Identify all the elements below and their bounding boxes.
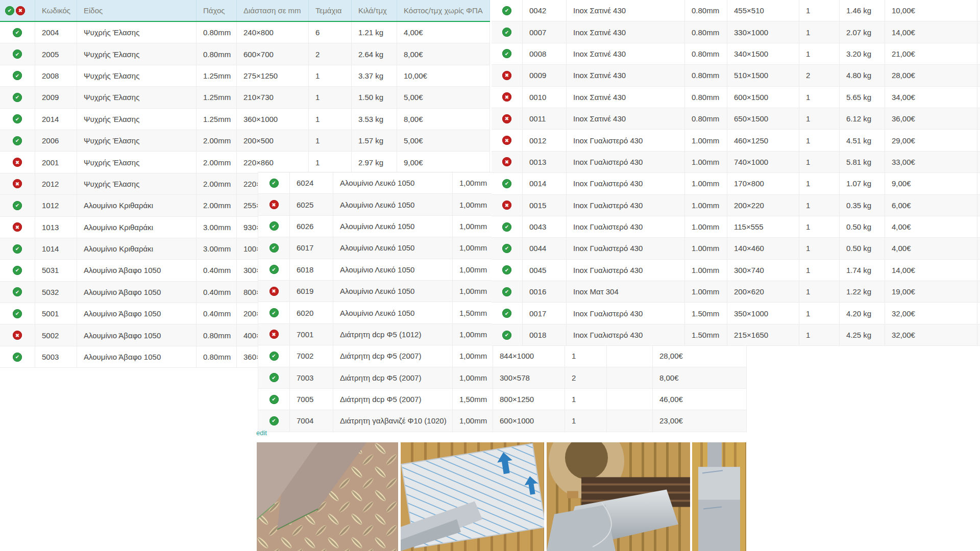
status-ok-icon[interactable]: ✔ (13, 287, 22, 296)
status-ok-icon[interactable]: ✔ (502, 287, 511, 296)
status-ok-icon[interactable]: ✔ (502, 222, 511, 232)
status-ok-icon[interactable]: ✔ (502, 331, 511, 340)
status-cell: ✔ (258, 259, 290, 280)
status-ok-icon[interactable]: ✔ (13, 49, 22, 59)
cell-code: 7003 (290, 367, 333, 388)
cell-code: 2008 (35, 65, 77, 86)
cell-pieces: 1 (799, 260, 840, 281)
status-cell: ✔ (492, 324, 523, 345)
cell-type: Ψυχρής Έλασης (77, 152, 197, 172)
cell-cost: 46,00€ (653, 389, 747, 410)
table-row: ✔0014Inox Γυαλιστερό 4301.00mm170×80011.… (492, 173, 980, 194)
cell-dimension: 600×700 (237, 43, 309, 64)
cell-thickness: 2.00mm (197, 130, 237, 151)
status-cell: ✔ (258, 389, 290, 410)
status-ok-icon[interactable]: ✔ (502, 6, 511, 15)
cell-thickness: 0.80mm (685, 43, 727, 64)
product-photo-workshop[interactable] (547, 442, 690, 551)
status-ok-icon[interactable]: ✔ (13, 71, 22, 80)
status-cell: ✖ (492, 130, 523, 151)
status-ok-icon[interactable]: ✔ (13, 93, 22, 102)
status-ok-icon[interactable]: ✔ (270, 265, 279, 274)
status-cell: ✔ (492, 216, 523, 237)
status-error-icon[interactable]: ✖ (502, 92, 511, 102)
status-ok-icon[interactable]: ✔ (270, 308, 279, 317)
status-cell: ✔ (0, 43, 35, 64)
cell-pieces: 1 (565, 345, 607, 366)
cell-type: Αλουμίνιο Λευκό 1050 (333, 259, 453, 280)
cell-code: 5001 (35, 303, 77, 324)
cell-type: Inox Ματ 304 (567, 281, 685, 302)
table-row: ✔2014Ψυχρής Έλασης1.25mm360×100013.53 kg… (0, 109, 490, 130)
cell-code: 0044 (523, 238, 567, 259)
product-photo-film-sheets[interactable] (401, 442, 544, 551)
status-ok-icon[interactable]: ✔ (13, 136, 22, 145)
cell-type: Αλουμίνιο Λευκό 1050 (333, 172, 453, 193)
status-ok-icon[interactable]: ✔ (270, 373, 279, 382)
cell-code: 6025 (290, 194, 333, 215)
cell-code: 0008 (523, 43, 567, 64)
cell-type: Αλουμίνιο Κριθαράκι (77, 238, 197, 259)
status-ok-icon[interactable]: ✔ (13, 353, 22, 362)
status-error-icon[interactable]: ✖ (502, 71, 511, 80)
column-header-code: Κωδικός (35, 0, 77, 21)
cell-code: 0011 (523, 108, 567, 129)
status-ok-icon[interactable]: ✔ (270, 395, 279, 404)
table-row: ✔2004Ψυχρής Έλασης0.80mm240×80061.21 kg4… (0, 22, 490, 43)
status-error-icon[interactable]: ✖ (502, 136, 511, 145)
table-row: ✔2008Ψυχρής Έλασης1.25mm275×125013.37 kg… (0, 65, 490, 87)
status-error-icon[interactable]: ✖ (270, 330, 279, 339)
inventory-table-right: ✔0042Inox Σατινέ 4300.80mm455×51011.46 k… (492, 0, 980, 346)
status-cell: ✖ (0, 217, 35, 238)
cell-pieces: 1 (565, 389, 607, 410)
status-error-icon[interactable]: ✖ (502, 201, 511, 210)
status-ok-icon-filter[interactable]: ✔ (5, 6, 14, 15)
cell-code: 0014 (523, 173, 567, 194)
status-ok-icon[interactable]: ✔ (13, 266, 22, 275)
status-ok-icon[interactable]: ✔ (502, 244, 511, 253)
cell-cost: 6,00€ (885, 195, 977, 216)
status-error-icon-filter[interactable]: ✖ (16, 6, 25, 15)
status-ok-icon[interactable]: ✔ (270, 179, 279, 188)
cell-code: 0009 (523, 65, 567, 86)
cell-thickness: 0.80mm (197, 346, 237, 367)
status-ok-icon[interactable]: ✔ (13, 309, 22, 318)
edit-link[interactable]: edit (256, 429, 267, 437)
status-error-icon[interactable]: ✖ (13, 222, 22, 232)
status-ok-icon[interactable]: ✔ (13, 28, 22, 37)
cell-thickness: 0.80mm (197, 22, 237, 43)
cell-dimension: 510×1500 (727, 65, 799, 86)
status-ok-icon[interactable]: ✔ (270, 221, 279, 231)
status-error-icon[interactable]: ✖ (502, 157, 511, 166)
status-cell: ✔ (492, 173, 523, 194)
cell-code: 5003 (35, 346, 77, 367)
status-ok-icon[interactable]: ✔ (270, 243, 279, 253)
status-ok-icon[interactable]: ✔ (270, 352, 279, 361)
status-error-icon[interactable]: ✖ (13, 179, 22, 188)
status-ok-icon[interactable]: ✔ (13, 114, 22, 123)
status-error-icon[interactable]: ✖ (13, 158, 22, 167)
table-row: ✖0012Inox Γυαλιστερό 4301.00mm460×125014… (492, 130, 980, 151)
status-ok-icon[interactable]: ✔ (270, 416, 279, 425)
status-ok-icon[interactable]: ✔ (502, 309, 511, 318)
status-error-icon[interactable]: ✖ (270, 200, 279, 209)
status-ok-icon[interactable]: ✔ (502, 179, 511, 188)
status-ok-icon[interactable]: ✔ (502, 28, 511, 37)
status-error-icon[interactable]: ✖ (13, 331, 22, 340)
cell-cost: 10,00€ (397, 65, 490, 86)
status-ok-icon[interactable]: ✔ (13, 244, 22, 254)
cell-thickness: 3.00mm (197, 238, 237, 259)
status-error-icon[interactable]: ✖ (502, 114, 511, 123)
table-row: ✔0017Inox Γυαλιστερό 4301.50mm350×100014… (492, 303, 980, 324)
status-error-icon[interactable]: ✖ (270, 287, 279, 296)
status-ok-icon[interactable]: ✔ (502, 49, 511, 58)
cell-type: Inox Γυαλιστερό 430 (567, 260, 685, 281)
cell-cost: 9,00€ (885, 173, 977, 194)
product-photo-sheets-on-wood[interactable] (692, 442, 746, 551)
status-cell: ✔ (492, 43, 523, 64)
cell-pieces: 1 (799, 281, 840, 302)
status-ok-icon[interactable]: ✔ (502, 265, 511, 274)
cell-dimension: 600×1500 (727, 87, 799, 108)
product-photo-checker-plate[interactable] (257, 442, 398, 551)
status-ok-icon[interactable]: ✔ (13, 201, 22, 210)
